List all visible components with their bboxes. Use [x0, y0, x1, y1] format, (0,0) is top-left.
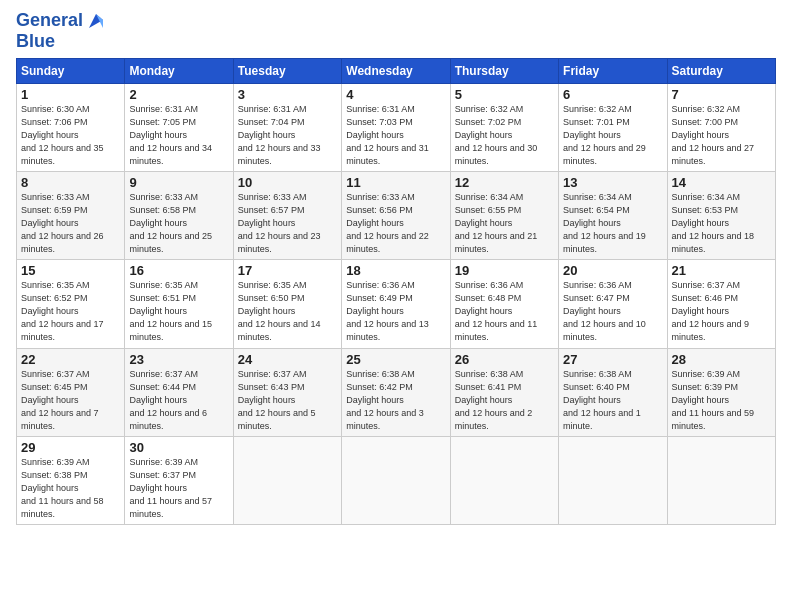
day-info: Sunrise: 6:35 AMSunset: 6:51 PMDaylight … — [129, 280, 212, 342]
calendar-day-cell: 18 Sunrise: 6:36 AMSunset: 6:49 PMDaylig… — [342, 260, 450, 348]
calendar-day-cell: 10 Sunrise: 6:33 AMSunset: 6:57 PMDaylig… — [233, 172, 341, 260]
calendar-day-cell — [450, 436, 558, 524]
calendar-day-cell: 27 Sunrise: 6:38 AMSunset: 6:40 PMDaylig… — [559, 348, 667, 436]
day-number: 13 — [563, 175, 662, 190]
calendar-day-cell: 1 Sunrise: 6:30 AMSunset: 7:06 PMDayligh… — [17, 83, 125, 171]
calendar-day-cell: 23 Sunrise: 6:37 AMSunset: 6:44 PMDaylig… — [125, 348, 233, 436]
calendar-day-cell: 3 Sunrise: 6:31 AMSunset: 7:04 PMDayligh… — [233, 83, 341, 171]
calendar-day-cell: 21 Sunrise: 6:37 AMSunset: 6:46 PMDaylig… — [667, 260, 775, 348]
calendar-day-cell: 4 Sunrise: 6:31 AMSunset: 7:03 PMDayligh… — [342, 83, 450, 171]
day-number: 5 — [455, 87, 554, 102]
weekday-header-cell: Monday — [125, 58, 233, 83]
day-info: Sunrise: 6:38 AMSunset: 6:42 PMDaylight … — [346, 369, 424, 431]
day-info: Sunrise: 6:37 AMSunset: 6:45 PMDaylight … — [21, 369, 99, 431]
page-header: General Blue — [16, 10, 776, 52]
day-info: Sunrise: 6:38 AMSunset: 6:40 PMDaylight … — [563, 369, 641, 431]
calendar-day-cell: 8 Sunrise: 6:33 AMSunset: 6:59 PMDayligh… — [17, 172, 125, 260]
logo-text2: Blue — [16, 32, 107, 52]
day-number: 8 — [21, 175, 120, 190]
day-info: Sunrise: 6:32 AMSunset: 7:02 PMDaylight … — [455, 104, 538, 166]
day-number: 12 — [455, 175, 554, 190]
logo-icon — [85, 10, 107, 32]
day-info: Sunrise: 6:37 AMSunset: 6:46 PMDaylight … — [672, 280, 750, 342]
day-info: Sunrise: 6:36 AMSunset: 6:47 PMDaylight … — [563, 280, 646, 342]
calendar-day-cell: 28 Sunrise: 6:39 AMSunset: 6:39 PMDaylig… — [667, 348, 775, 436]
day-number: 26 — [455, 352, 554, 367]
day-number: 9 — [129, 175, 228, 190]
day-info: Sunrise: 6:31 AMSunset: 7:04 PMDaylight … — [238, 104, 321, 166]
day-info: Sunrise: 6:33 AMSunset: 6:56 PMDaylight … — [346, 192, 429, 254]
day-number: 30 — [129, 440, 228, 455]
calendar-day-cell — [667, 436, 775, 524]
calendar-day-cell: 25 Sunrise: 6:38 AMSunset: 6:42 PMDaylig… — [342, 348, 450, 436]
day-number: 21 — [672, 263, 771, 278]
day-number: 23 — [129, 352, 228, 367]
day-info: Sunrise: 6:39 AMSunset: 6:39 PMDaylight … — [672, 369, 755, 431]
day-number: 17 — [238, 263, 337, 278]
day-info: Sunrise: 6:35 AMSunset: 6:52 PMDaylight … — [21, 280, 104, 342]
day-info: Sunrise: 6:31 AMSunset: 7:05 PMDaylight … — [129, 104, 212, 166]
day-number: 16 — [129, 263, 228, 278]
calendar-day-cell: 26 Sunrise: 6:38 AMSunset: 6:41 PMDaylig… — [450, 348, 558, 436]
day-info: Sunrise: 6:33 AMSunset: 6:59 PMDaylight … — [21, 192, 104, 254]
day-info: Sunrise: 6:30 AMSunset: 7:06 PMDaylight … — [21, 104, 104, 166]
calendar-week-row: 1 Sunrise: 6:30 AMSunset: 7:06 PMDayligh… — [17, 83, 776, 171]
calendar-week-row: 22 Sunrise: 6:37 AMSunset: 6:45 PMDaylig… — [17, 348, 776, 436]
day-info: Sunrise: 6:37 AMSunset: 6:43 PMDaylight … — [238, 369, 316, 431]
day-info: Sunrise: 6:32 AMSunset: 7:00 PMDaylight … — [672, 104, 755, 166]
calendar-day-cell: 7 Sunrise: 6:32 AMSunset: 7:00 PMDayligh… — [667, 83, 775, 171]
day-info: Sunrise: 6:34 AMSunset: 6:55 PMDaylight … — [455, 192, 538, 254]
day-number: 4 — [346, 87, 445, 102]
day-number: 18 — [346, 263, 445, 278]
day-number: 15 — [21, 263, 120, 278]
calendar-day-cell: 19 Sunrise: 6:36 AMSunset: 6:48 PMDaylig… — [450, 260, 558, 348]
day-number: 11 — [346, 175, 445, 190]
day-info: Sunrise: 6:32 AMSunset: 7:01 PMDaylight … — [563, 104, 646, 166]
day-info: Sunrise: 6:34 AMSunset: 6:53 PMDaylight … — [672, 192, 755, 254]
calendar-day-cell — [559, 436, 667, 524]
calendar-day-cell: 6 Sunrise: 6:32 AMSunset: 7:01 PMDayligh… — [559, 83, 667, 171]
day-number: 19 — [455, 263, 554, 278]
calendar-day-cell: 14 Sunrise: 6:34 AMSunset: 6:53 PMDaylig… — [667, 172, 775, 260]
day-info: Sunrise: 6:33 AMSunset: 6:58 PMDaylight … — [129, 192, 212, 254]
weekday-header-cell: Tuesday — [233, 58, 341, 83]
day-number: 10 — [238, 175, 337, 190]
day-info: Sunrise: 6:31 AMSunset: 7:03 PMDaylight … — [346, 104, 429, 166]
day-number: 29 — [21, 440, 120, 455]
calendar-day-cell: 20 Sunrise: 6:36 AMSunset: 6:47 PMDaylig… — [559, 260, 667, 348]
calendar-day-cell: 30 Sunrise: 6:39 AMSunset: 6:37 PMDaylig… — [125, 436, 233, 524]
day-number: 25 — [346, 352, 445, 367]
calendar-day-cell — [233, 436, 341, 524]
page-container: General Blue SundayMondayTuesdayWednesda… — [0, 0, 792, 535]
day-info: Sunrise: 6:39 AMSunset: 6:38 PMDaylight … — [21, 457, 104, 519]
calendar-week-row: 15 Sunrise: 6:35 AMSunset: 6:52 PMDaylig… — [17, 260, 776, 348]
day-number: 27 — [563, 352, 662, 367]
calendar-day-cell: 22 Sunrise: 6:37 AMSunset: 6:45 PMDaylig… — [17, 348, 125, 436]
day-number: 28 — [672, 352, 771, 367]
day-number: 14 — [672, 175, 771, 190]
day-number: 20 — [563, 263, 662, 278]
calendar-week-row: 29 Sunrise: 6:39 AMSunset: 6:38 PMDaylig… — [17, 436, 776, 524]
calendar-body: 1 Sunrise: 6:30 AMSunset: 7:06 PMDayligh… — [17, 83, 776, 524]
weekday-header-row: SundayMondayTuesdayWednesdayThursdayFrid… — [17, 58, 776, 83]
calendar-day-cell: 11 Sunrise: 6:33 AMSunset: 6:56 PMDaylig… — [342, 172, 450, 260]
day-number: 24 — [238, 352, 337, 367]
calendar-day-cell: 24 Sunrise: 6:37 AMSunset: 6:43 PMDaylig… — [233, 348, 341, 436]
calendar-day-cell — [342, 436, 450, 524]
day-info: Sunrise: 6:38 AMSunset: 6:41 PMDaylight … — [455, 369, 533, 431]
calendar-day-cell: 12 Sunrise: 6:34 AMSunset: 6:55 PMDaylig… — [450, 172, 558, 260]
day-info: Sunrise: 6:36 AMSunset: 6:48 PMDaylight … — [455, 280, 538, 342]
weekday-header-cell: Saturday — [667, 58, 775, 83]
day-number: 22 — [21, 352, 120, 367]
weekday-header-cell: Thursday — [450, 58, 558, 83]
day-info: Sunrise: 6:35 AMSunset: 6:50 PMDaylight … — [238, 280, 321, 342]
day-number: 3 — [238, 87, 337, 102]
weekday-header-cell: Sunday — [17, 58, 125, 83]
day-info: Sunrise: 6:37 AMSunset: 6:44 PMDaylight … — [129, 369, 207, 431]
weekday-header-cell: Friday — [559, 58, 667, 83]
day-info: Sunrise: 6:39 AMSunset: 6:37 PMDaylight … — [129, 457, 212, 519]
calendar-table: SundayMondayTuesdayWednesdayThursdayFrid… — [16, 58, 776, 525]
calendar-day-cell: 2 Sunrise: 6:31 AMSunset: 7:05 PMDayligh… — [125, 83, 233, 171]
calendar-week-row: 8 Sunrise: 6:33 AMSunset: 6:59 PMDayligh… — [17, 172, 776, 260]
calendar-day-cell: 17 Sunrise: 6:35 AMSunset: 6:50 PMDaylig… — [233, 260, 341, 348]
